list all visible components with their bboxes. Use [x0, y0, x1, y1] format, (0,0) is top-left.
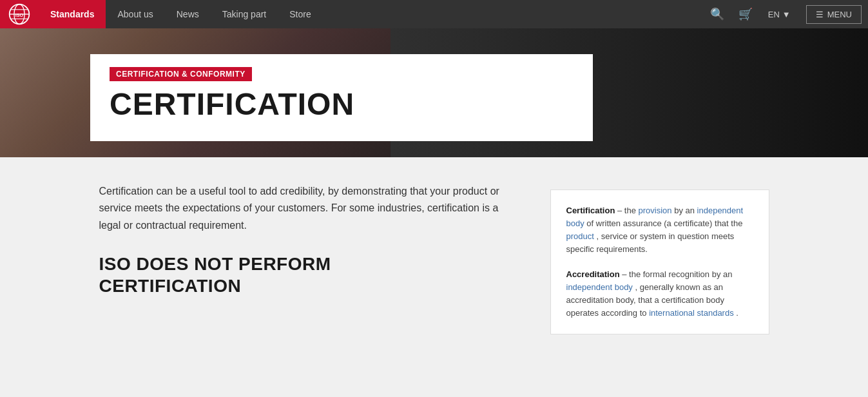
- navbar: ISO Standards About us News Taking part …: [0, 0, 868, 28]
- certification-definition: Certification – the provision by an inde…: [566, 204, 753, 257]
- menu-button[interactable]: ☰ MENU: [806, 5, 862, 24]
- cart-button[interactable]: 🛒: [735, 5, 757, 24]
- nav-item-standards[interactable]: Standards: [39, 0, 106, 28]
- section-heading-line2: CERTIFICATION: [99, 276, 242, 296]
- page-title: CERTIFICATION: [110, 88, 574, 122]
- hero-section: CERTIFICATION & CONFORMITY CERTIFICATION: [0, 28, 868, 157]
- nav-item-taking-part[interactable]: Taking part: [211, 0, 278, 28]
- cart-icon: 🛒: [738, 7, 753, 21]
- section-heading: ISO DOES NOT PERFORM CERTIFICATION: [99, 253, 512, 296]
- accreditation-term: Accreditation: [566, 269, 620, 279]
- svg-text:ISO: ISO: [15, 12, 24, 18]
- main-text: Certification can be a useful tool to ad…: [99, 183, 512, 334]
- nav-items: Standards About us News Taking part Stor…: [39, 0, 706, 28]
- search-icon: 🔍: [710, 7, 724, 21]
- intro-paragraph: Certification can be a useful tool to ad…: [99, 183, 512, 234]
- main-content: Certification can be a useful tool to ad…: [0, 157, 868, 397]
- nav-item-news[interactable]: News: [165, 0, 211, 28]
- international-standards-link[interactable]: international standards: [649, 308, 734, 318]
- provision-link[interactable]: provision: [639, 206, 672, 215]
- hamburger-icon: ☰: [816, 10, 824, 19]
- language-label: EN: [768, 10, 780, 19]
- section-heading-line1: ISO DOES NOT PERFORM: [99, 254, 331, 274]
- language-selector[interactable]: EN ▼: [763, 10, 796, 19]
- independent-body-link-2[interactable]: independent body: [566, 282, 633, 292]
- logo-globe-icon: ISO: [8, 3, 31, 26]
- content-wrapper: Certification can be a useful tool to ad…: [80, 183, 789, 334]
- sidebar-definitions: Certification – the provision by an inde…: [550, 189, 769, 334]
- chevron-down-icon: ▼: [782, 10, 791, 19]
- menu-label: MENU: [827, 10, 852, 19]
- nav-item-about[interactable]: About us: [106, 0, 164, 28]
- logo[interactable]: ISO: [0, 0, 39, 28]
- product-link[interactable]: product: [566, 231, 594, 241]
- hero-content-box: CERTIFICATION & CONFORMITY CERTIFICATION: [90, 54, 593, 141]
- breadcrumb-tag: CERTIFICATION & CONFORMITY: [110, 67, 252, 81]
- accreditation-definition: Accreditation – the formal recognition b…: [566, 268, 753, 320]
- nav-icons: 🔍 🛒 EN ▼ ☰ MENU: [706, 0, 868, 28]
- search-button[interactable]: 🔍: [706, 5, 728, 24]
- nav-item-store[interactable]: Store: [278, 0, 322, 28]
- certification-term: Certification: [566, 206, 615, 215]
